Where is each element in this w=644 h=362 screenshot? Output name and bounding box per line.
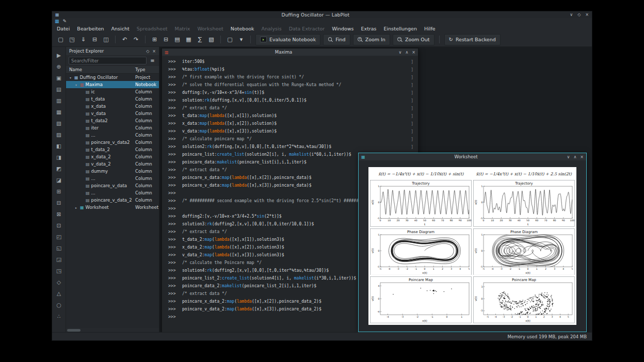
- add-barplot-icon[interactable]: ▨: [55, 130, 63, 139]
- insert-text-entry-button[interactable]: ▤: [172, 34, 183, 45]
- tree-item-v-data[interactable]: ▤v_dataColumn: [66, 110, 159, 117]
- restart-backend-button[interactable]: ↻Restart Backend: [444, 34, 501, 45]
- insert-command-entry-button[interactable]: ⊞: [149, 34, 160, 45]
- expander-icon[interactable]: ▾: [68, 76, 73, 79]
- plot-poincare2[interactable]: Poincare Map-5-4-3-2-1012345-303x(t)v(t): [473, 276, 575, 323]
- add-plot-icon[interactable]: ▣: [55, 73, 63, 82]
- notebook-line[interactable]: >>>t_data:map(lambda([x],x[1]),solution)…: [162, 112, 418, 120]
- tree-item-poincare-v-data2[interactable]: ▤poincare_v_data2Column: [66, 139, 159, 146]
- tree-item-item[interactable]: ▤...Column: [66, 175, 159, 182]
- menu-windows[interactable]: Windows: [328, 26, 357, 31]
- edit-pencil-icon[interactable]: ✎: [63, 18, 67, 25]
- add-histogram-icon[interactable]: ▦: [55, 107, 63, 116]
- plot-trajectory1[interactable]: Trajectory0102030405060708090100-505tx(t…: [370, 180, 472, 227]
- float-dock-icon[interactable]: ◇: [146, 49, 149, 54]
- tree-item-iter[interactable]: ▤iterColumn: [66, 124, 159, 131]
- add-correlation-icon[interactable]: ◳: [55, 266, 63, 275]
- tree-item-x-data[interactable]: ▤x_dataColumn: [66, 103, 159, 110]
- tree-item-t-data-2[interactable]: ▤t_data_2Column: [66, 146, 159, 153]
- add-data-reduction-icon[interactable]: ◩: [55, 164, 63, 173]
- worksheet-restore-button[interactable]: ∧: [573, 155, 576, 159]
- tree-item-maxima[interactable]: ▾▥MaximaNotebook: [66, 81, 159, 88]
- worksheet-close-button[interactable]: ×: [580, 155, 584, 159]
- more-tools-icon[interactable]: ∴: [55, 311, 63, 320]
- search-filter-input[interactable]: [69, 57, 147, 64]
- tree-item-dummy[interactable]: ▤dummyColumn: [66, 168, 159, 175]
- menu-extras[interactable]: Extras: [358, 26, 380, 31]
- zoom-out-button[interactable]: −Zoom Out: [393, 34, 434, 45]
- maximize-button[interactable]: ◇: [577, 12, 581, 17]
- code-text[interactable]: duffing:[v,-v/10+x-x^3/4+sin(t)]$: [179, 90, 411, 95]
- tree-item-ic[interactable]: ▤icColumn: [66, 88, 159, 95]
- code-text[interactable]: /* calculate poincare map */: [179, 137, 411, 141]
- undo-button[interactable]: ↶: [119, 34, 130, 45]
- tree-item-item[interactable]: ▤...Column: [66, 189, 159, 196]
- tree-item-v-data-2[interactable]: ▤v_data_2Column: [66, 160, 159, 168]
- tree-item-x-data-2[interactable]: ▤x_data_2Column: [66, 153, 159, 160]
- plot-poincare1[interactable]: Poincare Map-4-3-2-101-404x(t)v(t): [370, 276, 472, 323]
- redo-button[interactable]: ↷: [131, 34, 141, 45]
- add-reference-line-icon[interactable]: ○: [55, 300, 63, 309]
- open-document-button[interactable]: ◳: [67, 34, 77, 45]
- tree-item-poincare-v-data-2[interactable]: ▤poincare_v_data_2Column: [66, 196, 159, 204]
- insert-markdown-entry-button[interactable]: ▦: [183, 34, 194, 45]
- find-button[interactable]: Find: [323, 34, 350, 45]
- plot-trajectory2[interactable]: Trajectory0102030405060708090100-505tx(t…: [473, 180, 575, 227]
- worksheet-shade-button[interactable]: ∨: [567, 155, 570, 159]
- save-document-button[interactable]: ⇓: [78, 34, 89, 45]
- project-window-icon[interactable]: ▦: [55, 18, 59, 25]
- plot-phase1[interactable]: Phase Diagram-5-4-3-2-1012345-505x(t)v(t…: [370, 228, 472, 275]
- menu-einstellungen[interactable]: Einstellungen: [380, 26, 421, 31]
- filter-options-icon[interactable]: ≡: [149, 57, 156, 64]
- plot-phase2[interactable]: Phase Diagram-5-4-3-2-1012345-505x(t)v(t…: [473, 228, 575, 275]
- entry-dropdown-button[interactable]: ▾: [236, 34, 247, 45]
- menu-ansicht[interactable]: Ansicht: [108, 26, 133, 31]
- menu-notebook[interactable]: Notebook: [227, 26, 258, 31]
- project-explorer-header[interactable]: Project Explorer ◇ ×: [66, 47, 159, 55]
- worksheet-window-titlebar[interactable]: ▦ Worksheet ∨ ∧ ×: [359, 153, 586, 160]
- code-text[interactable]: /* extract data */: [179, 106, 411, 110]
- tree-item-t-data2[interactable]: ▤t_data2Column: [66, 117, 159, 124]
- code-text[interactable]: iter:500$: [179, 59, 411, 64]
- add-text-label-icon[interactable]: ▤: [55, 85, 63, 93]
- insert-image-entry-button[interactable]: ▧: [206, 34, 217, 45]
- expander-icon[interactable]: ▾: [74, 83, 78, 87]
- notebook-line[interactable]: >>>v_data:map(lambda([x],x[3]),solution)…: [162, 127, 418, 135]
- add-differentiation-icon[interactable]: ◪: [55, 175, 63, 184]
- menu-hilfe[interactable]: Hilfe: [421, 26, 439, 31]
- expander-icon[interactable]: ▸: [74, 206, 78, 209]
- new-entry-menu-button[interactable]: ▢: [224, 34, 235, 45]
- add-fourier-transform-icon[interactable]: ◱: [55, 243, 63, 252]
- tree-item-item[interactable]: ▤...Column: [66, 131, 159, 139]
- maxima-restore-button[interactable]: ∧: [405, 50, 408, 55]
- notebook-line[interactable]: >>>/* solve the differential equation wi…: [162, 81, 418, 89]
- code-text[interactable]: %tau:bfloat(%pi)$: [179, 67, 411, 72]
- navigate-tool-icon[interactable]: ▶: [55, 51, 63, 59]
- tree-item-worksheet[interactable]: ▸▦WorksheetWorksheet: [66, 204, 159, 211]
- add-axis-icon[interactable]: △: [55, 289, 63, 298]
- add-boxplot-icon[interactable]: ▧: [55, 119, 63, 127]
- column-header-type[interactable]: Type: [135, 67, 159, 72]
- maxima-close-button[interactable]: ×: [412, 50, 415, 55]
- code-text[interactable]: solution:rk(duffing,[x,v],[0,0],[t,0,ite…: [179, 98, 411, 103]
- insert-latex-entry-button[interactable]: ∑: [195, 34, 205, 45]
- horizontal-scrollbar[interactable]: [66, 328, 159, 332]
- evaluate-notebook-button[interactable]: Evaluate Notebook: [255, 34, 320, 45]
- notebook-line[interactable]: >>>%tau:bfloat(%pi)$]: [162, 65, 418, 73]
- zoom-in-button[interactable]: +Zoom In: [353, 34, 390, 45]
- code-text[interactable]: /* first example with the driving force …: [179, 75, 411, 79]
- notebook-line[interactable]: >>>solution:rk(duffing,[x,v],[0,0],[t,0,…: [162, 96, 418, 104]
- add-convolution-icon[interactable]: ◲: [55, 255, 63, 264]
- add-fourier-filter-icon[interactable]: ◰: [55, 232, 63, 241]
- add-equation-curve-icon[interactable]: ◨: [55, 153, 63, 161]
- zoom-select-tool-icon[interactable]: ⊕: [55, 62, 63, 71]
- notebook-line[interactable]: >>>x_data:map(lambda([x],x[2]),solution)…: [162, 120, 418, 127]
- add-smoothing-icon[interactable]: ⊠: [55, 209, 63, 218]
- notebook-line[interactable]: >>>/* extract data */]: [162, 104, 418, 112]
- equation-label-1[interactable]: ẍ(t) = −1/4x³(t) + x(t) − 1/10ẋ(t) + sin…: [369, 168, 473, 179]
- notebook-line[interactable]: >>>iter:500$]: [162, 58, 418, 65]
- close-dock-icon[interactable]: ×: [152, 49, 156, 54]
- titlebar[interactable]: ▦ Duffing Oscillator — LabPlot ∨ ◇ ×: [52, 11, 592, 18]
- scrollbar-handle[interactable]: [67, 329, 81, 332]
- equation-label-2[interactable]: ẍ(t) = −1/4x³(t) + x(t) − 1/10ẋ(t) + 2.5…: [473, 168, 576, 179]
